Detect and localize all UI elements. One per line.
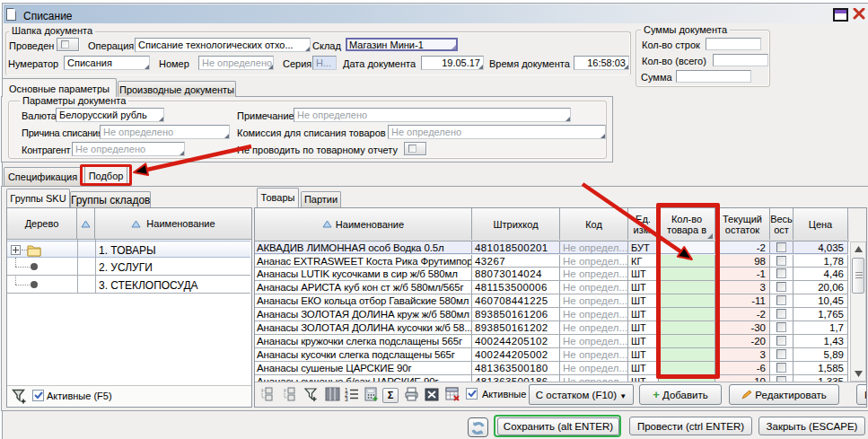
- svg-text:3: 3: [345, 396, 348, 401]
